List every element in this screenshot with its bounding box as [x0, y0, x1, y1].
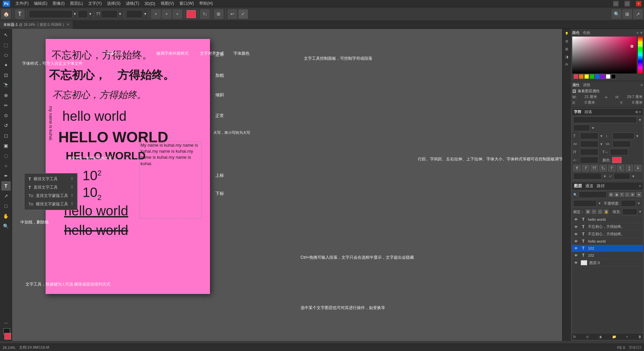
char-allcaps-btn[interactable]: TT — [591, 165, 598, 171]
layer-filter-smart[interactable]: ⊕ — [630, 192, 635, 197]
layer-delete-btn[interactable]: 🗑 — [638, 335, 642, 339]
history-icon[interactable]: ⟳ — [564, 61, 570, 68]
layer-filter-adjust[interactable]: ◑ — [614, 192, 619, 197]
properties-icon[interactable]: ⚙ — [564, 38, 570, 45]
opacity-input[interactable]: 100% — [621, 200, 636, 207]
menu-layer[interactable]: 图层(L) — [70, 1, 83, 6]
layer-row-7[interactable]: 👁 图层 0 — [572, 259, 643, 267]
text-tool[interactable]: T — [1, 181, 11, 191]
menu-filter[interactable]: 滤镜(T) — [126, 1, 139, 6]
fill-arrow[interactable]: ▼ — [639, 210, 642, 213]
layer-row-4[interactable]: 👁 T hello world — [572, 238, 643, 245]
layer-eye-4[interactable]: 👁 — [573, 239, 579, 243]
char-leading-input[interactable]: （自动） — [612, 133, 634, 139]
layer-eye-7[interactable]: 👁 — [573, 261, 579, 265]
spot-healing-tool[interactable]: ⊕ — [1, 91, 11, 100]
adjustments-icon[interactable]: ◑ — [564, 53, 570, 60]
char-base-input[interactable]: 0点 — [580, 157, 598, 163]
color-panel-close[interactable]: ✕ — [640, 31, 643, 35]
char-antialias-input[interactable]: 锐利 — [613, 173, 630, 180]
menu-image[interactable]: 图像(I) — [53, 1, 64, 6]
menu-help[interactable]: 帮助(H) — [199, 1, 213, 6]
char-size-input[interactable]: 48点 — [580, 133, 598, 139]
gradient-tool[interactable]: ▣ — [1, 141, 11, 150]
char-lang-input[interactable]: 美国英语 — [573, 173, 602, 180]
font-size-input[interactable]: 48点 — [101, 10, 118, 18]
menu-edit[interactable]: 编辑(E) — [34, 1, 47, 6]
toggle-panel-button[interactable]: ⊞ — [214, 9, 223, 19]
anti-alias-arrow[interactable]: ▼ — [144, 12, 147, 16]
char-super-btn[interactable]: T' — [608, 165, 615, 171]
more-tools[interactable]: ··· — [1, 318, 11, 328]
align-center-button[interactable]: ≡ — [162, 9, 171, 19]
char-antialias-arrow[interactable]: ▼ — [632, 174, 635, 178]
font-style-input[interactable]: - — [78, 10, 88, 18]
blend-mode-input[interactable]: 正常 — [573, 200, 597, 207]
search-button[interactable]: 🔍 — [612, 9, 621, 19]
menu-view[interactable]: 视图(V) — [161, 1, 174, 6]
anti-alias-dropdown[interactable]: 锐利 ▼ — [126, 10, 147, 18]
props-collapse[interactable]: ≡ — [641, 83, 643, 87]
window-close[interactable]: ✕ — [636, 1, 641, 6]
lock-position[interactable]: + — [592, 209, 596, 214]
char-leading-arrow[interactable]: ▼ — [636, 134, 639, 138]
menu-file[interactable]: 文件(F) — [15, 1, 29, 6]
swatch-blue[interactable] — [595, 74, 600, 79]
pen-tool[interactable]: ✒ — [1, 171, 11, 181]
shape-tool[interactable]: □ — [1, 201, 11, 211]
layer-row-6[interactable]: 👁 T 102 — [572, 252, 643, 259]
layer-adj-btn[interactable]: ◑ — [599, 335, 602, 339]
layers-tab-paths[interactable]: 路径 — [597, 183, 605, 189]
anti-alias-input[interactable]: 锐利 — [126, 10, 143, 18]
eraser-tool[interactable]: ◻ — [1, 131, 11, 140]
layers-tab-layers[interactable]: 图层 — [574, 183, 582, 189]
font-family-dropdown[interactable]: Adobe 黑体 Std ▼ — [29, 10, 76, 18]
magic-wand-tool[interactable]: ✦ — [1, 60, 11, 70]
menu-3d[interactable]: 3D(D) — [145, 1, 155, 6]
align-left-button[interactable]: ≡ — [151, 9, 161, 19]
layer-filter-pixel[interactable]: ⊞ — [609, 192, 613, 197]
dodge-tool[interactable]: ○ — [1, 161, 11, 170]
move-tool[interactable]: ↖ — [1, 30, 11, 40]
char-style-input[interactable]: - — [573, 124, 590, 131]
ctx-vertical-mask[interactable]: T⊡ 直排文字蒙版工具 T — [24, 192, 77, 200]
layer-filter-shape[interactable]: □ — [625, 192, 630, 197]
crop-tool[interactable]: ⊡ — [1, 70, 11, 80]
menu-window[interactable]: 窗口(W) — [179, 1, 194, 6]
color-panel-tab-swatches[interactable]: 色板 — [583, 30, 590, 35]
document-tab-close[interactable]: ) — [63, 23, 64, 27]
font-family-arrow[interactable]: ▼ — [73, 12, 76, 16]
layer-row-2[interactable]: 👁 T 不忘初心，方得始终。 — [572, 223, 643, 231]
hue-slider[interactable] — [638, 37, 643, 73]
layer-row-5[interactable]: 👁 T 102 — [572, 245, 643, 252]
path-selection-tool[interactable]: ↗ — [1, 191, 11, 201]
swatch-yellow[interactable] — [584, 74, 589, 79]
opacity-arrow[interactable]: ▼ — [637, 202, 640, 205]
swatch-black[interactable] — [611, 74, 616, 79]
commit-text-button[interactable]: ✓ — [238, 9, 248, 19]
eyedropper-tool[interactable]: 🔭 — [1, 81, 11, 90]
char-font-arrow[interactable]: ▼ — [638, 118, 642, 122]
char-smallcaps-btn[interactable]: T₁ — [599, 165, 607, 171]
tab-close-button[interactable]: ✕ — [66, 22, 69, 27]
align-right-button[interactable]: ≡ — [173, 9, 182, 19]
char-italic-btn[interactable]: T — [582, 165, 589, 171]
learn-icon[interactable]: 💡 — [564, 30, 570, 37]
hue-slider-handle[interactable] — [638, 45, 643, 46]
char-font-input[interactable]: Adobe 黑体 Std — [573, 116, 637, 123]
arrange-button[interactable]: ⊞ — [623, 9, 632, 19]
marquee-tool[interactable]: ⬚ — [1, 40, 11, 50]
swatch-red[interactable] — [574, 74, 578, 79]
layers-tab-channels[interactable]: 通道 — [585, 183, 593, 189]
cancel-text-button[interactable]: ↩ — [228, 9, 237, 19]
char-tab-character[interactable]: 字符 — [574, 109, 581, 114]
history-brush-tool[interactable]: ↺ — [1, 121, 11, 130]
app-icon[interactable]: Ps — [3, 1, 10, 7]
char-lang-arrow[interactable]: ▼ — [603, 174, 606, 178]
layer-filter-toggle[interactable]: ● — [636, 192, 642, 197]
window-minimize[interactable]: ─ — [613, 1, 619, 6]
font-style-arrow[interactable]: ▼ — [89, 12, 92, 16]
layer-row-3[interactable]: 👁 T 不忘初心，方得始终。 — [572, 231, 643, 238]
font-family-input[interactable]: Adobe 黑体 Std — [29, 10, 72, 18]
char-color-swatch[interactable] — [612, 157, 622, 163]
